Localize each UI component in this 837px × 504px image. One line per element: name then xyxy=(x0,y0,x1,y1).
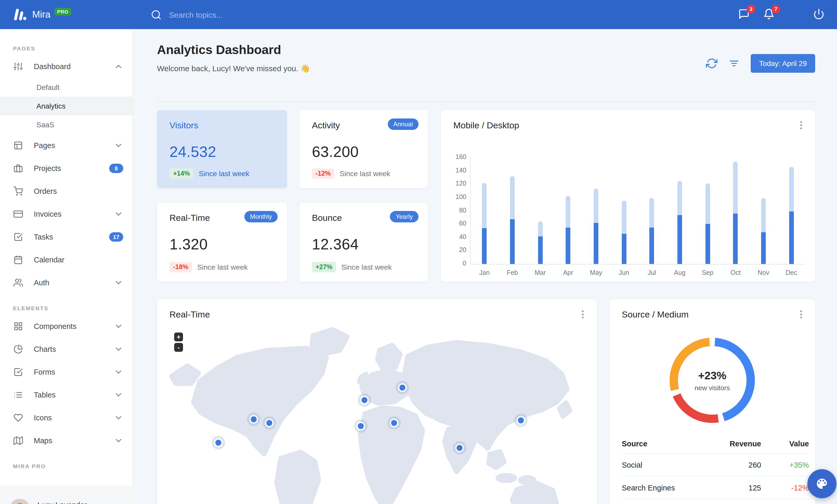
sidebar-item-label: Tasks xyxy=(34,233,109,241)
bar-oct xyxy=(733,161,738,264)
sidebar-sections: PAGESDashboardDefaultAnalyticsSaaSPagesP… xyxy=(0,41,132,473)
bar-chart-plot: 020406080100120140160JanFebMarAprMayJunJ… xyxy=(470,157,805,264)
sidebar-item-badge: 8 xyxy=(109,164,123,173)
sidebar-item-tables[interactable]: Tables xyxy=(0,384,132,406)
x-axis-label: Feb xyxy=(502,269,523,276)
card-menu-button[interactable] xyxy=(797,310,806,319)
sidebar-item-label: Forms xyxy=(34,368,114,376)
filter-icon[interactable] xyxy=(728,58,740,69)
sidebar-item-dashboard[interactable]: Dashboard xyxy=(0,55,132,78)
source-table-header: Source Revenue Value xyxy=(622,434,809,453)
bar-feb xyxy=(510,176,515,264)
check-square-icon xyxy=(14,232,23,242)
search-input[interactable] xyxy=(168,10,326,19)
sidebar-item-saas[interactable]: SaaS xyxy=(0,115,132,134)
map-marker-san-francisco[interactable] xyxy=(215,439,222,446)
bar-segment-mobile xyxy=(761,232,766,264)
zoom-in-button[interactable]: + xyxy=(174,333,183,341)
top-navbar: Mira PRO 3 7 xyxy=(0,0,837,29)
sidebar-item-default[interactable]: Default xyxy=(0,78,132,97)
sidebar-item-invoices[interactable]: Invoices xyxy=(0,203,132,225)
table-row-direct: Direct 164 +46% xyxy=(622,499,809,504)
navbar-search[interactable] xyxy=(151,9,738,20)
refresh-icon[interactable] xyxy=(706,58,717,69)
bar-segment-mobile xyxy=(677,216,682,264)
donut-center: +23% new visitors xyxy=(678,346,747,415)
bar-segment-desktop xyxy=(789,167,794,211)
bar-segment-desktop xyxy=(622,201,626,234)
map-marker-london[interactable] xyxy=(361,396,368,404)
sidebar-item-projects[interactable]: Projects8 xyxy=(0,157,132,180)
header-divider xyxy=(157,102,815,102)
y-axis-tick: 100 xyxy=(449,193,466,201)
map-marker-new-york[interactable] xyxy=(266,419,273,427)
stat-card-realtime: Real-Time Monthly 1.320 -18%Since last w… xyxy=(157,203,287,282)
language-button[interactable] xyxy=(788,8,801,21)
sidebar-item-label: Components xyxy=(34,322,114,331)
sidebar-item-pages[interactable]: Pages xyxy=(0,134,132,157)
sidebar-item-forms[interactable]: Forms xyxy=(0,360,132,384)
sidebar-item-charts[interactable]: Charts xyxy=(0,338,132,360)
chevron-down-icon xyxy=(114,278,123,287)
sidebar-item-maps[interactable]: Maps xyxy=(0,429,132,452)
y-axis-tick: 80 xyxy=(449,207,466,214)
pro-badge: PRO xyxy=(55,7,71,15)
sidebar-item-analytics[interactable]: Analytics xyxy=(0,97,132,115)
search-icon xyxy=(151,9,162,20)
map-marker-delhi[interactable] xyxy=(456,444,463,451)
sign-out-button[interactable] xyxy=(813,8,825,21)
row-value: -12% xyxy=(761,484,809,492)
card-menu-button[interactable] xyxy=(797,120,806,130)
calendar-icon xyxy=(14,255,23,264)
table-row-social: Social 260 +35% xyxy=(622,453,809,476)
stat-period-tag[interactable]: Annual xyxy=(388,118,418,130)
map-marker-moscow[interactable] xyxy=(399,384,406,391)
map-marker-madrid[interactable] xyxy=(357,423,364,430)
avatar-image xyxy=(10,499,30,504)
card-menu-button[interactable] xyxy=(578,310,587,319)
sidebar-item-components[interactable]: Components xyxy=(0,315,132,338)
stat-period-tag[interactable]: Yearly xyxy=(390,211,418,222)
sidebar-user[interactable]: Lucy Lavender UX Designer xyxy=(0,485,133,504)
source-medium-card: Source / Medium +23% new visitors Source… xyxy=(609,299,815,504)
donut-chart: +23% new visitors xyxy=(670,338,755,423)
world-map-svg xyxy=(157,324,597,504)
sidebar-item-icons[interactable]: Icons xyxy=(0,406,132,429)
sidebar-item-auth[interactable]: Auth xyxy=(0,271,132,294)
map-marker-beijing[interactable] xyxy=(517,417,524,424)
y-axis-tick: 160 xyxy=(449,153,466,161)
col-source: Source xyxy=(622,440,704,448)
stat-period-tag[interactable]: Monthly xyxy=(244,211,278,222)
bar-segment-desktop xyxy=(482,183,487,228)
y-axis-tick: 40 xyxy=(449,233,466,241)
realtime-map-card: Real-Time + - xyxy=(157,299,597,504)
chevron-down-icon xyxy=(114,367,123,377)
credit-card-icon xyxy=(14,209,23,219)
sidebar-item-orders[interactable]: Orders xyxy=(0,180,132,203)
map-marker-istanbul[interactable] xyxy=(390,419,398,427)
map-marker-chicago[interactable] xyxy=(250,416,257,423)
brand[interactable]: Mira PRO xyxy=(0,8,133,21)
bar-segment-mobile xyxy=(482,228,487,264)
chevron-down-icon xyxy=(114,141,123,150)
zoom-out-button[interactable]: - xyxy=(174,343,183,352)
notifications-button[interactable]: 7 xyxy=(763,8,776,21)
x-axis-label: May xyxy=(586,269,606,276)
sidebar-item-label: Maps xyxy=(34,436,114,445)
theme-customizer-button[interactable] xyxy=(807,469,836,498)
brand-name: Mira xyxy=(32,9,50,20)
sidebar-item-label: Invoices xyxy=(34,210,114,218)
bar-segment-mobile xyxy=(594,223,599,264)
date-range-button[interactable]: Today: April 29 xyxy=(751,54,815,73)
messages-button[interactable]: 3 xyxy=(738,8,751,21)
sidebar-item-badge: 17 xyxy=(109,232,123,242)
stat-card-activity: Activity Annual 63.200 -12%Since last we… xyxy=(300,110,428,188)
sidebar-item-calendar[interactable]: Calendar xyxy=(0,248,132,271)
x-axis-label: Dec xyxy=(781,269,802,276)
row-source: Social xyxy=(622,461,704,469)
sidebar-item-label: Tables xyxy=(34,391,114,399)
check-square-icon xyxy=(14,367,23,377)
sidebar-item-label: Pages xyxy=(34,141,114,150)
row-value: +35% xyxy=(761,461,809,469)
sidebar-item-tasks[interactable]: Tasks17 xyxy=(0,225,132,248)
